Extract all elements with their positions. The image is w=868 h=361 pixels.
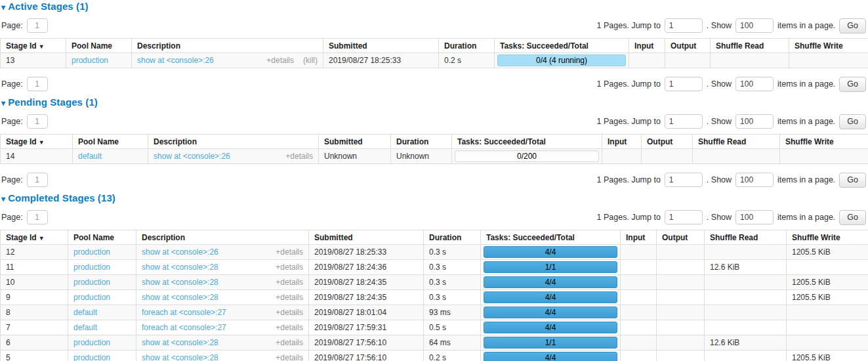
show-items-input[interactable] xyxy=(735,210,774,224)
details-toggle[interactable]: +details xyxy=(276,338,303,347)
col-output[interactable]: Output xyxy=(657,230,705,245)
col-shuffle-read[interactable]: Shuffle Read xyxy=(711,39,789,53)
show-items-input[interactable] xyxy=(735,114,774,129)
pending-stages-header[interactable]: ▾Pending Stages (1) xyxy=(1,96,868,108)
col-description[interactable]: Description xyxy=(132,39,323,53)
col-output[interactable]: Output xyxy=(642,135,693,149)
pool-link[interactable]: production xyxy=(73,293,110,302)
stage-description-link[interactable]: show at <console>:26 xyxy=(137,56,214,65)
stage-description-link[interactable]: show at <console>:28 xyxy=(142,353,218,361)
submitted-cell: 2019/08/27 18:25:33 xyxy=(309,245,424,260)
submitted-cell: 2019/08/27 18:01:04 xyxy=(309,305,424,320)
col-duration[interactable]: Duration xyxy=(439,39,495,53)
col-tasks[interactable]: Tasks: Succeeded/Total xyxy=(481,230,621,245)
stage-description-link[interactable]: show at <console>:28 xyxy=(142,338,218,347)
page-number-input[interactable] xyxy=(27,114,48,129)
table-row: 11 production show at <console>:28+detai… xyxy=(1,260,868,275)
pool-link[interactable]: production xyxy=(73,353,110,361)
col-description[interactable]: Description xyxy=(136,230,309,245)
col-pool-name[interactable]: Pool Name xyxy=(68,230,136,245)
go-button[interactable]: Go xyxy=(839,210,866,225)
pool-link[interactable]: production xyxy=(73,263,110,272)
col-duration[interactable]: Duration xyxy=(424,230,481,245)
col-shuffle-write[interactable]: Shuffle Write xyxy=(787,230,868,245)
table-header-row: Stage Id▼ Pool Name Description Submitte… xyxy=(1,230,868,245)
output-cell xyxy=(657,305,705,320)
col-input[interactable]: Input xyxy=(629,39,665,53)
sort-desc-icon: ▼ xyxy=(39,139,45,146)
kill-link[interactable]: (kill) xyxy=(303,56,318,65)
col-submitted[interactable]: Submitted xyxy=(319,135,391,149)
details-toggle[interactable]: +details xyxy=(276,308,303,317)
pool-link[interactable]: production xyxy=(73,278,110,287)
jump-to-input[interactable] xyxy=(665,210,703,224)
col-shuffle-read[interactable]: Shuffle Read xyxy=(693,135,780,149)
task-progress-bar: 4/4 xyxy=(484,276,617,288)
details-toggle[interactable]: +details xyxy=(276,247,303,257)
stage-description-link[interactable]: foreach at <console>:27 xyxy=(142,308,226,317)
table-row: 5 production show at <console>:28+detail… xyxy=(1,350,868,361)
stage-description-link[interactable]: show at <console>:28 xyxy=(142,278,218,287)
items-text: items in a page. xyxy=(777,79,835,89)
stage-description-link[interactable]: foreach at <console>:27 xyxy=(142,323,226,332)
col-tasks[interactable]: Tasks: Succeeded/Total xyxy=(452,135,602,149)
col-submitted[interactable]: Submitted xyxy=(323,39,439,53)
details-toggle[interactable]: +details xyxy=(285,152,313,161)
section-title-text: Completed Stages (13) xyxy=(8,192,115,203)
show-items-input[interactable] xyxy=(735,18,774,33)
show-items-input[interactable] xyxy=(735,77,774,91)
col-stage-id[interactable]: Stage Id▼ xyxy=(1,39,66,53)
show-items-input[interactable] xyxy=(735,173,774,187)
active-stages-header[interactable]: ▾Active Stages (1) xyxy=(1,1,868,12)
items-text: items in a page. xyxy=(777,21,835,30)
page-number-input[interactable] xyxy=(27,173,48,187)
stage-description-link[interactable]: show at <console>:28 xyxy=(142,293,218,302)
output-cell xyxy=(657,245,705,260)
col-submitted[interactable]: Submitted xyxy=(309,230,424,245)
col-pool-name[interactable]: Pool Name xyxy=(66,39,132,53)
col-stage-id[interactable]: Stage Id▼ xyxy=(1,230,68,245)
col-shuffle-write[interactable]: Shuffle Write xyxy=(789,39,868,53)
stage-description-link[interactable]: show at <console>:26 xyxy=(142,247,218,257)
pool-link[interactable]: production xyxy=(73,338,110,347)
details-toggle[interactable]: +details xyxy=(276,353,303,361)
go-button[interactable]: Go xyxy=(839,77,866,92)
duration-cell: 0.3 s xyxy=(424,245,481,260)
page-number-input[interactable] xyxy=(27,77,48,91)
details-toggle[interactable]: +details xyxy=(276,293,303,302)
stage-description-link[interactable]: show at <console>:28 xyxy=(142,263,218,272)
col-input[interactable]: Input xyxy=(621,230,657,245)
pool-link[interactable]: default xyxy=(73,308,97,317)
col-pool-name[interactable]: Pool Name xyxy=(73,135,148,149)
go-button[interactable]: Go xyxy=(839,18,866,33)
completed-stages-header[interactable]: ▾Completed Stages (13) xyxy=(1,192,868,203)
jump-to-input[interactable] xyxy=(665,114,703,129)
col-shuffle-read[interactable]: Shuffle Read xyxy=(705,230,787,245)
go-button[interactable]: Go xyxy=(839,114,866,129)
pool-link[interactable]: default xyxy=(78,152,102,161)
col-tasks[interactable]: Tasks: Succeeded/Total xyxy=(495,39,629,53)
col-stage-id[interactable]: Stage Id▼ xyxy=(1,135,73,149)
stage-description-link[interactable]: show at <console>:26 xyxy=(154,152,230,161)
col-output[interactable]: Output xyxy=(665,39,711,53)
details-toggle[interactable]: +details xyxy=(276,278,303,287)
task-progress-bar: 1/1 xyxy=(484,261,617,273)
table-row: 8 default foreach at <console>:27+detail… xyxy=(1,305,868,320)
details-toggle[interactable]: +details xyxy=(276,263,303,272)
col-shuffle-write[interactable]: Shuffle Write xyxy=(780,135,868,149)
jump-to-input[interactable] xyxy=(665,173,703,187)
pool-link[interactable]: production xyxy=(73,247,110,257)
page-number-input[interactable] xyxy=(27,210,48,224)
details-toggle[interactable]: +details xyxy=(276,323,303,332)
col-duration[interactable]: Duration xyxy=(391,135,452,149)
section-title-text: Active Stages (1) xyxy=(8,1,89,12)
pool-link[interactable]: production xyxy=(72,56,108,65)
jump-to-input[interactable] xyxy=(665,77,703,91)
jump-to-input[interactable] xyxy=(665,18,703,33)
pool-link[interactable]: default xyxy=(73,323,97,332)
page-number-input[interactable] xyxy=(27,18,48,33)
details-toggle[interactable]: +details xyxy=(266,56,294,65)
go-button[interactable]: Go xyxy=(839,173,866,188)
col-input[interactable]: Input xyxy=(602,135,642,149)
col-description[interactable]: Description xyxy=(148,135,319,149)
